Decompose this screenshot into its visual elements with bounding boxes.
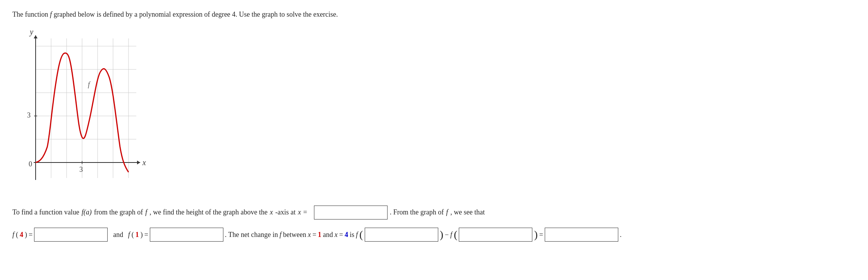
line2-one-highlight: 1 [136, 227, 139, 243]
line2-open-paren-big1: ( [359, 229, 363, 240]
x-value-input[interactable] [314, 206, 388, 220]
line1-part2: from the graph of [94, 205, 143, 220]
line2-eq3: = [312, 227, 316, 243]
line2-four-highlight: 4 [20, 227, 23, 243]
net-change-result-input[interactable] [545, 228, 618, 242]
line1-part4: -axis at [275, 205, 295, 220]
line2-close-paren-big1: ) [440, 229, 443, 240]
x-axis-label: x [142, 158, 146, 167]
function-graph: y x 0 3 3 f [12, 27, 144, 194]
line1-part3: , we find the height of the graph above … [149, 205, 268, 220]
line2-f1-italic: f [128, 227, 130, 243]
line2-f1-close-paren: ) [141, 227, 143, 243]
y-three-label: 3 [27, 111, 31, 119]
line2-and: and [113, 227, 123, 243]
line1-part6: , we see that [450, 205, 485, 220]
line2-eq4: = [339, 227, 343, 243]
net-change-f-arg2-input[interactable] [459, 228, 532, 242]
line1-part5: . From the graph of [390, 205, 444, 220]
line1-f2: f [446, 205, 448, 220]
line2-close-paren-big2: ) [534, 229, 537, 240]
line2-x4: x [335, 227, 338, 243]
line2-period: . [620, 227, 622, 243]
intro-text-before: The function [12, 10, 50, 18]
svg-marker-16 [34, 35, 38, 38]
line2-x3: x [308, 227, 311, 243]
line2-is-f: is [350, 227, 354, 243]
line2-eq2: = [144, 227, 148, 243]
line1-xeq: x = [298, 205, 308, 220]
x-three-label: 3 [79, 166, 83, 173]
svg-marker-14 [137, 161, 140, 164]
line2-net-change-text: . The net change in [225, 227, 278, 243]
intro-text-after: graphed below is defined by a polynomial… [52, 10, 338, 18]
line2-open-paren-big2: ( [454, 229, 457, 240]
content-area: y x 0 3 3 f To find a function value f(a… [12, 27, 856, 242]
line2-f4-close-paren: ) [25, 227, 27, 243]
origin-label: 0 [29, 160, 32, 168]
line2-f1-open-paren: ( [132, 227, 134, 243]
line2-f-open-italic: f [356, 227, 358, 243]
line2-eq: = [29, 227, 33, 243]
line2-f4-open-paren: ( [16, 227, 18, 243]
net-change-f-arg1-input[interactable] [365, 228, 438, 242]
line1-text: To find a function value f(a) from the g… [12, 205, 856, 220]
line1-f: f [145, 205, 147, 220]
line2-between: between [283, 227, 306, 243]
line2-equals: = [539, 227, 543, 243]
line2-four-blue: 4 [345, 227, 348, 243]
intro-paragraph: The function f graphed below is defined … [12, 9, 856, 20]
f-curve-label: f [88, 81, 91, 88]
graph-area: y x 0 3 3 f [12, 27, 856, 195]
line2-f-italic2: f [280, 227, 281, 243]
line2-f-open2-italic: f [450, 227, 452, 243]
f1-input[interactable] [150, 228, 223, 242]
line1-part1: To find a function value [12, 205, 79, 220]
line1-xaxis: x [270, 205, 273, 220]
line1-fa: f(a) [82, 205, 92, 220]
line2-and2: and [323, 227, 333, 243]
line2-f4-italic: f [12, 227, 14, 243]
line2-minus: − [445, 227, 449, 243]
line2-text: f(4) = and f(1) = . The net change in f … [12, 227, 856, 243]
line2-one-red: 1 [318, 227, 321, 243]
y-axis-label: y [29, 28, 33, 36]
f4-input[interactable] [34, 228, 108, 242]
